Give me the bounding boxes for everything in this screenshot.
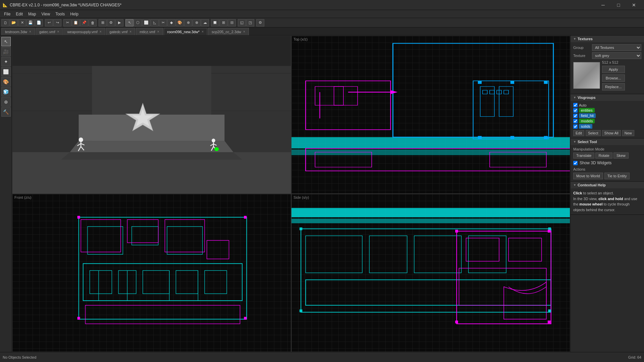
tb-wedge[interactable]: ◺ [151,19,159,26]
tb-render1[interactable]: ◱ [238,19,246,26]
lt-camera[interactable]: 🎥 [1,47,11,56]
maximize-button[interactable]: □ [611,0,626,10]
visgroup-new-btn[interactable]: New [622,130,634,136]
visgroup-auto-check[interactable] [573,103,578,107]
tb-grid[interactable]: ⊞ [99,19,107,26]
select-tool-header[interactable]: ▼ Select Tool [571,138,644,145]
tb-snap[interactable]: 🔲 [211,19,219,26]
viewport-3d[interactable] [12,36,291,194]
visgroup-solids-check[interactable] [573,124,578,129]
tb-texture[interactable]: 🎨 [176,19,184,26]
minimize-button[interactable]: ─ [596,0,610,10]
show-3d-check[interactable] [573,161,578,165]
apply-button[interactable]: Apply [602,66,625,73]
tab-scp205-close[interactable]: × [243,30,245,34]
tb-decal[interactable]: ⊕ [184,19,192,26]
visgroup-models-check[interactable] [573,119,578,123]
tb-snap2[interactable]: ⊞ [219,19,227,26]
tb-overlay[interactable]: ⊗ [193,19,201,26]
tb-close[interactable]: ✕ [18,19,26,26]
textures-arrow: ▼ [573,37,576,41]
tb-vertex[interactable]: ◆ [167,19,175,26]
lt-hammer[interactable]: 🔨 [1,107,11,117]
viewport-front[interactable]: Front (z/u) [12,194,291,352]
tb-undo[interactable]: ↩ [45,19,53,26]
tab-testroom[interactable]: testroom.3dw × [1,28,35,35]
tb-save-as[interactable]: 📄 [35,19,43,26]
tab-scp205[interactable]: scp205_cc_2.3dw × [208,28,249,35]
group-select[interactable]: All Textures [592,44,641,51]
tb-copy[interactable]: 📋 [72,19,80,26]
lt-entity[interactable]: ✦ [1,57,11,66]
menu-file[interactable]: File [1,11,13,17]
tab-gatec-label: gatec.vmf [39,30,55,34]
tab-room096-close[interactable]: × [202,30,204,34]
side-view-svg [291,194,570,352]
lt-block[interactable]: ⬜ [1,67,11,76]
tb-open[interactable]: 📂 [10,19,18,26]
menu-map[interactable]: Map [25,11,39,17]
tab-gatedc-close[interactable]: × [129,30,131,34]
visgroup-showall-btn[interactable]: Show All [602,130,621,136]
tb-entity[interactable]: ⬡ [134,19,142,26]
tab-gatec[interactable]: gatec.vmf × [36,28,63,35]
move-to-world-btn[interactable]: Move to World [573,173,603,179]
tb-compile[interactable]: ⚙ [107,19,115,26]
tb-delete[interactable]: 🗑 [89,19,97,26]
tb-snap3[interactable]: ⊟ [228,19,236,26]
visgroup-field-hit-badge: field_hit [579,113,596,118]
viewport-top[interactable]: Top (x/z) [291,36,570,194]
tab-gatedc[interactable]: gatedc.vmf × [106,28,136,35]
tab-mtlcz[interactable]: mtlcz.vmf × [136,28,163,35]
visgroup-select-btn[interactable]: Select [586,130,601,136]
tab-weaponsupply-label: weaponsupply.vmf [67,30,97,34]
browse-button[interactable]: Browse... [602,74,625,82]
menu-tools[interactable]: Tools [53,11,67,17]
tab-weaponsupply[interactable]: weaponsupply.vmf × [63,28,105,35]
tb-new[interactable]: 🗋 [1,19,9,26]
tb-paste[interactable]: 📌 [80,19,88,26]
tie-to-entity-btn[interactable]: Tie to Entity [604,173,630,179]
skew-btn[interactable]: Skew [613,153,629,159]
visgroup-edit-btn[interactable]: Edit [573,130,584,136]
lt-texture[interactable]: 🎨 [1,77,11,86]
tab-mtlcz-close[interactable]: × [157,30,159,34]
contextual-help-header[interactable]: ▼ Contextual Help [571,182,644,188]
tab-bar: testroom.3dw × gatec.vmf × weaponsupply.… [0,27,644,36]
svg-rect-32 [315,86,343,105]
viewport-side[interactable]: Side (s/y) [291,194,570,352]
visgroup-models-badge: models [579,119,595,123]
menu-view[interactable]: View [39,11,53,17]
texture-select[interactable]: soft grey [592,52,641,59]
translate-btn[interactable]: Translate [573,153,594,159]
lt-overlay[interactable]: ⊕ [1,97,11,107]
tb-run[interactable]: ▶ [115,19,123,26]
lt-model[interactable]: 🧊 [1,87,11,97]
tab-weaponsupply-close[interactable]: × [100,30,102,34]
lt-select[interactable]: ↖ [1,37,11,46]
tb-cut[interactable]: ✂ [63,19,71,26]
tb-3d-sky[interactable]: ☁ [201,19,209,26]
menu-edit[interactable]: Edit [13,11,25,17]
visgroup-field-hit-check[interactable] [573,114,578,118]
replace-button[interactable]: Replace... [602,83,625,90]
visgroups-header[interactable]: ▼ Visgroups [571,94,644,101]
tab-testroom-close[interactable]: × [29,30,31,34]
tb-settings[interactable]: ⚙ [256,19,264,26]
textures-header[interactable]: ▼ Textures [571,36,644,42]
textures-title: Textures [578,37,593,41]
tab-gatec-close[interactable]: × [57,30,59,34]
tb-redo[interactable]: ↪ [53,19,61,26]
action-buttons: Move to World Tie to Entity [573,173,641,179]
visgroup-entities-check[interactable] [573,108,578,113]
svg-rect-88 [300,228,302,230]
menu-help[interactable]: Help [67,11,81,17]
tb-render2[interactable]: ◳ [246,19,254,26]
tb-block[interactable]: ⬜ [142,19,150,26]
rotate-btn[interactable]: Rotate [595,153,612,159]
close-button[interactable]: ✕ [627,0,641,10]
tab-room096[interactable]: room096_new.3dw* × [164,28,207,35]
tb-select[interactable]: ↖ [125,19,133,26]
tb-clip[interactable]: ✂ [159,19,167,26]
tb-save[interactable]: 💾 [26,19,35,26]
